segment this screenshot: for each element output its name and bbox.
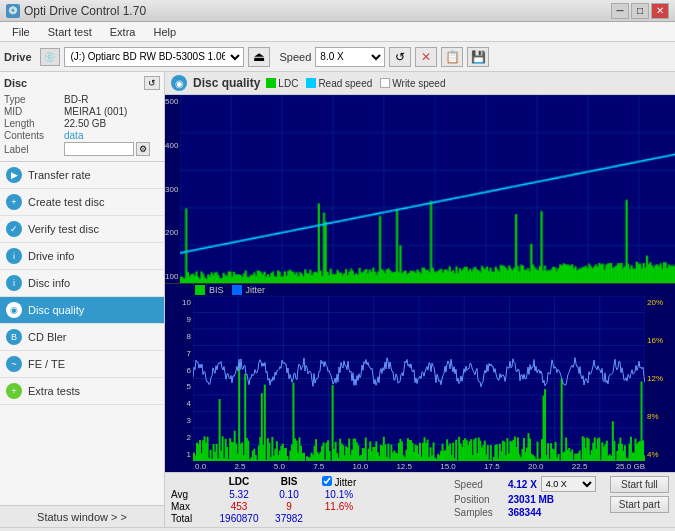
app-title: Opti Drive Control 1.70 xyxy=(24,4,146,18)
speed-stat-select[interactable]: 4.0 X 8.0 X xyxy=(541,476,596,492)
jitter-dot xyxy=(232,285,242,295)
start-part-button[interactable]: Start part xyxy=(610,496,669,513)
maximize-button[interactable]: □ xyxy=(631,3,649,19)
eject-button[interactable]: ⏏ xyxy=(248,47,270,67)
disc-contents-row: Contents data xyxy=(4,130,160,141)
erase-button[interactable]: ✕ xyxy=(415,47,437,67)
menu-help[interactable]: Help xyxy=(145,24,184,40)
max-bis: 9 xyxy=(269,501,309,512)
status-window-button[interactable]: Status window > > xyxy=(0,505,164,527)
right-stats: Speed 4.12 X 4.0 X 8.0 X Position 23031 … xyxy=(454,476,596,518)
lower-chart: BIS Jitter 10 9 8 7 xyxy=(165,284,675,472)
position-label: Position xyxy=(454,494,504,505)
jitter-header: Jitter xyxy=(335,477,357,488)
save-button[interactable]: 💾 xyxy=(467,47,489,67)
drive-bar: Drive 💿 (J:) Optiarc BD RW BD-5300S 1.06… xyxy=(0,42,675,72)
disc-length-value: 22.50 GB xyxy=(64,118,160,129)
legend-ldc-dot xyxy=(266,78,276,88)
close-button[interactable]: ✕ xyxy=(651,3,669,19)
lower-chart-canvas xyxy=(193,296,645,461)
disc-quality-legend: LDC Read speed Write speed xyxy=(266,78,445,89)
drive-label: Drive xyxy=(4,51,32,63)
menu-extra[interactable]: Extra xyxy=(102,24,144,40)
nav-extra-tests-label: Extra tests xyxy=(28,385,80,397)
lower-legend-bis: BIS xyxy=(195,285,224,295)
fe-te-icon: ~ xyxy=(6,356,22,372)
extra-tests-icon: + xyxy=(6,383,22,399)
legend-ldc-label: LDC xyxy=(278,78,298,89)
menu-file[interactable]: File xyxy=(4,24,38,40)
legend-write-speed: Write speed xyxy=(380,78,445,89)
disc-quality-icon: ◉ xyxy=(6,302,22,318)
ldc-header: LDC xyxy=(213,476,265,488)
avg-bis: 0.10 xyxy=(269,489,309,500)
content-area: ◉ Disc quality LDC Read speed Write spee… xyxy=(165,72,675,527)
legend-write-speed-dot xyxy=(380,78,390,88)
nav-fe-te[interactable]: ~ FE / TE xyxy=(0,351,164,378)
start-buttons: Start full Start part xyxy=(610,476,669,513)
app-icon: 💿 xyxy=(6,4,20,18)
disc-quality-panel: ◉ Disc quality LDC Read speed Write spee… xyxy=(165,72,675,472)
bis-label: BIS xyxy=(209,285,224,295)
total-row-label: Total xyxy=(171,513,209,524)
jitter-label: Jitter xyxy=(246,285,266,295)
menu-bar: File Start test Extra Help xyxy=(0,22,675,42)
legend-read-speed: Read speed xyxy=(306,78,372,89)
bis-header: BIS xyxy=(269,476,309,488)
nav-drive-info[interactable]: i Drive info xyxy=(0,243,164,270)
disc-quality-header: ◉ Disc quality LDC Read speed Write spee… xyxy=(165,72,675,95)
nav-transfer-rate[interactable]: ▶ Transfer rate xyxy=(0,162,164,189)
transfer-rate-icon: ▶ xyxy=(6,167,22,183)
samples-value: 368344 xyxy=(508,507,541,518)
copy-button[interactable]: 📋 xyxy=(441,47,463,67)
drive-select[interactable]: (J:) Optiarc BD RW BD-5300S 1.06 xyxy=(64,47,244,67)
upper-chart-canvas xyxy=(180,95,675,283)
cd-bler-icon: B xyxy=(6,329,22,345)
disc-type-label: Type xyxy=(4,94,64,105)
nav-create-test-disc[interactable]: + Create test disc xyxy=(0,189,164,216)
disc-mid-value: MEIRA1 (001) xyxy=(64,106,160,117)
disc-contents-value: data xyxy=(64,130,160,141)
disc-label-input[interactable] xyxy=(64,142,134,156)
menu-start-test[interactable]: Start test xyxy=(40,24,100,40)
disc-refresh-icon[interactable]: ↺ xyxy=(144,76,160,90)
drive-icon: 💿 xyxy=(40,48,60,66)
total-jitter xyxy=(313,513,365,524)
upper-chart: 500 400 300 200 100 8 X 7 X 6 X 5 X 4 xyxy=(165,95,675,284)
disc-panel: Disc ↺ Type BD-R MID MEIRA1 (001) Length… xyxy=(0,72,164,162)
disc-type-value: BD-R xyxy=(64,94,160,105)
legend-ldc: LDC xyxy=(266,78,298,89)
nav-disc-quality[interactable]: ◉ Disc quality xyxy=(0,297,164,324)
disc-length-row: Length 22.50 GB xyxy=(4,118,160,129)
speed-select[interactable]: 8.0 X 4.0 X 2.0 X xyxy=(315,47,385,67)
start-full-button[interactable]: Start full xyxy=(610,476,669,493)
nav-verify-test-disc[interactable]: ✓ Verify test disc xyxy=(0,216,164,243)
title-bar: 💿 Opti Drive Control 1.70 ─ □ ✕ xyxy=(0,0,675,22)
nav-cd-bler-label: CD Bler xyxy=(28,331,67,343)
jitter-checkbox[interactable] xyxy=(322,476,332,486)
avg-jitter: 10.1% xyxy=(313,489,365,500)
nav-disc-info[interactable]: i Disc info xyxy=(0,270,164,297)
drive-info-icon: i xyxy=(6,248,22,264)
nav-cd-bler[interactable]: B CD Bler xyxy=(0,324,164,351)
nav-drive-info-label: Drive info xyxy=(28,250,74,262)
nav-verify-test-disc-label: Verify test disc xyxy=(28,223,99,235)
label-settings-button[interactable]: ⚙ xyxy=(136,142,150,156)
disc-type-row: Type BD-R xyxy=(4,94,160,105)
disc-quality-header-icon: ◉ xyxy=(171,75,187,91)
nav-items: ▶ Transfer rate + Create test disc ✓ Ver… xyxy=(0,162,164,505)
disc-quality-title: Disc quality xyxy=(193,76,260,90)
minimize-button[interactable]: ─ xyxy=(611,3,629,19)
total-ldc: 1960870 xyxy=(213,513,265,524)
window-controls[interactable]: ─ □ ✕ xyxy=(611,3,669,19)
nav-transfer-rate-label: Transfer rate xyxy=(28,169,91,181)
sidebar: Disc ↺ Type BD-R MID MEIRA1 (001) Length… xyxy=(0,72,165,527)
nav-disc-info-label: Disc info xyxy=(28,277,70,289)
create-test-disc-icon: + xyxy=(6,194,22,210)
disc-length-label: Length xyxy=(4,118,64,129)
disc-mid-row: MID MEIRA1 (001) xyxy=(4,106,160,117)
disc-mid-label: MID xyxy=(4,106,64,117)
refresh-button[interactable]: ↺ xyxy=(389,47,411,67)
nav-create-test-disc-label: Create test disc xyxy=(28,196,104,208)
nav-extra-tests[interactable]: + Extra tests xyxy=(0,378,164,405)
